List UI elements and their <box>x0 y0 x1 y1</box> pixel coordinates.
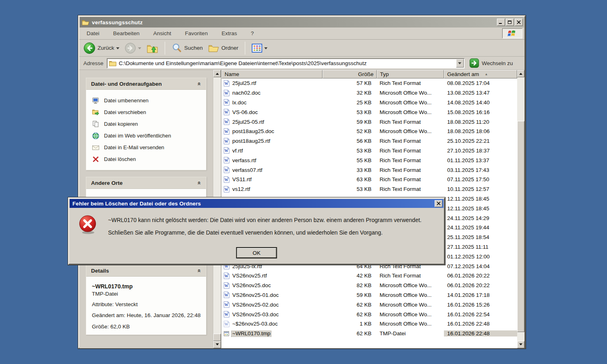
close-button[interactable] <box>515 19 523 26</box>
maximize-button[interactable] <box>506 19 514 26</box>
menu-[interactable]: ? <box>251 30 254 36</box>
column-header-name[interactable]: Name <box>221 70 323 78</box>
file-date: 07.12.2025 14:04 <box>444 263 517 269</box>
file-row[interactable]: W~$26nov25-03.doc1 KBMicrosoft Office Wo… <box>221 319 517 329</box>
menu-datei[interactable]: Datei <box>87 30 100 36</box>
views-button[interactable] <box>250 43 269 53</box>
file-name-cell[interactable]: WVS26nov25.rtf <box>221 273 323 279</box>
search-button[interactable]: Suchen <box>170 42 204 54</box>
file-date: 25.11.2025 18:54 <box>444 234 517 240</box>
scroll-down-icon[interactable] <box>213 341 221 348</box>
forward-button[interactable] <box>123 42 143 55</box>
window-titlebar[interactable]: verfassungsschutz <box>80 17 524 28</box>
file-name-cell[interactable]: Wlx.doc <box>221 99 323 106</box>
scroll-up-icon[interactable] <box>517 70 524 77</box>
file-tasks-header[interactable]: Datei- und Ordneraufgaben « <box>86 78 206 90</box>
column-header-type[interactable]: Typ <box>377 70 444 78</box>
menu-extras[interactable]: Extras <box>221 30 237 36</box>
file-row[interactable]: Wvs12.rtf53 KBRich Text Format10.11.2025… <box>221 184 517 194</box>
word-doc-icon: W <box>223 109 229 115</box>
back-dropdown-icon[interactable] <box>116 47 119 51</box>
file-row[interactable]: WVS-06.doc53 KBMicrosoft Office Wo...15.… <box>221 107 517 117</box>
column-header-date[interactable]: Geändert am ▲ <box>444 70 517 78</box>
task-item[interactable]: Datei kopieren <box>92 118 203 130</box>
address-input[interactable]: C:\Dokumente und Einstellungen\mariam\Ei… <box>107 58 465 68</box>
file-date: 14.01.2026 17:18 <box>444 292 517 298</box>
file-row[interactable]: WVS26nov25-02.doc62 KBMicrosoft Office W… <box>221 300 517 309</box>
file-name-cell[interactable]: W25jul25-05.rtf <box>221 119 323 125</box>
file-row[interactable]: Wpost18aug25.rtf56 KBRich Text Format25.… <box>221 136 517 146</box>
file-name-cell[interactable]: Wpost18aug25.rtf <box>221 138 323 144</box>
file-row[interactable]: Wpost18aug25.doc52 KBMicrosoft Office Wo… <box>221 127 517 136</box>
file-row[interactable]: ~WRL0170.tmp62 KBTMP-Datei16.01.2026 22:… <box>221 329 517 339</box>
file-row[interactable]: Wverfass07.rtf33 KBRich Text Format03.11… <box>221 165 517 175</box>
go-button[interactable]: Wechseln zu <box>469 58 513 68</box>
file-name-cell[interactable]: Wvs12.rtf <box>221 186 323 193</box>
collapse-chevron-icon[interactable]: « <box>196 181 202 184</box>
file-name-cell[interactable]: Wverfass.rtf <box>221 157 323 163</box>
file-size: 1 KB <box>323 321 377 327</box>
views-dropdown-icon[interactable] <box>264 47 267 51</box>
file-name-cell[interactable]: WVS-06.doc <box>221 109 323 115</box>
list-scrollbar[interactable] <box>517 70 524 348</box>
minimize-button[interactable] <box>497 19 505 26</box>
task-item[interactable]: Datei in E-Mail versenden <box>92 142 203 153</box>
task-item[interactable]: Datei löschen <box>92 153 203 165</box>
file-name-cell[interactable]: W25jul25.rtf <box>221 80 323 87</box>
collapse-chevron-icon[interactable]: « <box>196 82 202 85</box>
taskpane-scrollbar-thumb[interactable] <box>213 334 221 341</box>
collapse-chevron-icon[interactable]: « <box>196 269 202 272</box>
file-name-cell[interactable]: W~$26nov25-03.doc <box>221 321 323 327</box>
file-row[interactable]: WVS11.rtf63 KBRich Text Format07.11.2025… <box>221 175 517 184</box>
dialog-close-button[interactable] <box>435 200 442 207</box>
svg-text:W: W <box>225 149 229 153</box>
back-button[interactable]: Zurück <box>82 41 121 55</box>
task-item[interactable]: Datei umbenennen <box>92 95 203 106</box>
task-item[interactable]: Datei im Web veröffentlichen <box>92 130 203 142</box>
file-row[interactable]: W25jul25.rtf57 KBRich Text Format08.08.2… <box>221 78 517 88</box>
file-row[interactable]: Wvf.rtf53 KBRich Text Format27.10.2025 1… <box>221 146 517 156</box>
task-item[interactable]: Datei verschieben <box>92 106 203 118</box>
file-name-cell[interactable]: Wnach02.doc <box>221 90 323 96</box>
folders-button[interactable]: Ordner <box>206 42 240 54</box>
dialog-titlebar[interactable]: Fehler beim Löschen der Datei oder des O… <box>70 199 444 208</box>
file-name-cell[interactable]: ~WRL0170.tmp <box>221 330 323 337</box>
file-row[interactable]: Wverfass.rtf55 KBRich Text Format01.11.2… <box>221 155 517 165</box>
file-name-cell[interactable]: WVS26nov25-01.doc <box>221 292 323 298</box>
tmp-file-icon <box>223 330 229 337</box>
file-name-cell[interactable]: Wvf.rtf <box>221 147 323 154</box>
file-row[interactable]: Wnach02.doc32 KBMicrosoft Office Wo...13… <box>221 88 517 98</box>
scroll-up-icon[interactable] <box>213 70 221 77</box>
file-name-cell[interactable]: WVS26nov25-03.doc <box>221 311 323 317</box>
menu-bearbeiten[interactable]: Bearbeiten <box>113 30 140 36</box>
email-icon <box>92 144 100 151</box>
file-name-cell[interactable]: WVS11.rtf <box>221 176 323 183</box>
address-dropdown-button[interactable] <box>456 59 464 68</box>
ok-button[interactable]: OK <box>236 247 277 258</box>
scroll-down-icon[interactable] <box>517 341 524 348</box>
file-row[interactable]: WVS26nov25-01.doc59 KBMicrosoft Office W… <box>221 290 517 300</box>
menu-ansicht[interactable]: Ansicht <box>153 30 171 36</box>
menu-favoriten[interactable]: Favoriten <box>185 30 208 36</box>
column-header-size[interactable]: Größe <box>323 70 377 78</box>
details-header[interactable]: Details « <box>86 265 206 277</box>
file-name-cell[interactable]: WVS26nov25.doc <box>221 282 323 289</box>
other-places-header[interactable]: Andere Orte « <box>86 177 206 189</box>
file-row[interactable]: WVS26nov25-03.doc62 KBMicrosoft Office W… <box>221 309 517 319</box>
up-button[interactable] <box>145 42 160 54</box>
forward-dropdown-icon[interactable] <box>138 47 141 51</box>
file-row[interactable]: W25jul25-05.rtf59 KBRich Text Format18.0… <box>221 117 517 127</box>
file-name-cell[interactable]: WVS26nov25-02.doc <box>221 301 323 308</box>
file-size: 63 KB <box>323 176 377 182</box>
file-name: VS26nov25.rtf <box>231 273 268 279</box>
file-name: verfass07.rtf <box>231 167 263 173</box>
file-row[interactable]: Wlx.doc25 KBMicrosoft Office Wo...14.08.… <box>221 98 517 108</box>
task-item-label: Datei kopieren <box>104 121 138 127</box>
file-row[interactable]: WVS26nov25.doc82 KBMicrosoft Office Wo..… <box>221 281 517 290</box>
file-row[interactable]: WVS26nov25.rtf42 KBRich Text Format06.01… <box>221 271 517 281</box>
forward-icon <box>125 42 136 54</box>
file-size: 57 KB <box>323 80 377 86</box>
list-scrollbar-thumb[interactable] <box>517 121 524 332</box>
file-name-cell[interactable]: Wpost18aug25.doc <box>221 128 323 135</box>
file-name-cell[interactable]: Wverfass07.rtf <box>221 167 323 173</box>
